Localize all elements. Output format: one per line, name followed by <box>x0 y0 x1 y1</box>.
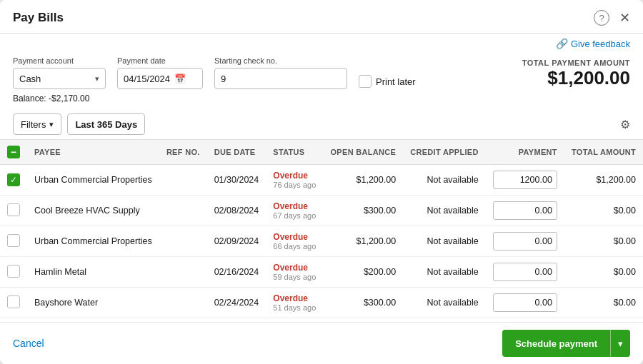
th-ref-no: REF NO. <box>159 140 207 165</box>
row-ref-no <box>159 226 207 257</box>
bills-table-container: − PAYEE REF NO. DUE DATE STATUS OPEN BAL… <box>0 140 643 322</box>
status-overdue: Overdue <box>273 232 316 242</box>
row-due-date: 02/08/2024 <box>207 196 266 226</box>
give-feedback-link[interactable]: 🔗 Give feedback <box>556 38 630 49</box>
filters-button[interactable]: Filters ▾ <box>13 113 61 135</box>
starting-check-label: Starting check no. <box>214 56 347 65</box>
feedback-icon: 🔗 <box>556 38 568 49</box>
header-actions: ? ✕ <box>594 10 630 26</box>
row-payment-cell <box>486 226 564 257</box>
row-total-amount: $0.00 <box>564 257 643 288</box>
row-payment-input[interactable] <box>493 263 557 281</box>
close-button[interactable]: ✕ <box>619 10 630 26</box>
row-payee: Urban Commercial Properties <box>27 165 159 196</box>
th-checkbox: − <box>0 140 27 165</box>
chevron-down-icon: ▾ <box>618 338 623 349</box>
row-credit-applied: Not available <box>403 226 486 257</box>
starting-check-group: Starting check no. <box>214 56 347 89</box>
row-payment-cell <box>486 196 564 226</box>
row-open-balance: $300.00 <box>323 288 403 318</box>
settings-icon[interactable]: ⚙ <box>620 118 630 131</box>
cancel-button[interactable]: Cancel <box>13 338 44 349</box>
row-ref-no <box>159 257 207 288</box>
row-open-balance: $300.00 <box>323 196 403 226</box>
row-due-date: 02/24/2024 <box>207 288 266 318</box>
row-payee: Hamlin Metal <box>27 257 159 288</box>
row-open-balance: $1,200.00 <box>323 226 403 257</box>
payment-date-label: Payment date <box>117 56 203 65</box>
row-checkbox-cell <box>0 257 27 288</box>
table-row: ✓Urban Commercial Properties01/30/2024Ov… <box>0 165 643 196</box>
row-checkbox[interactable] <box>7 295 20 308</box>
row-payment-cell <box>486 288 564 318</box>
th-status: STATUS <box>266 140 323 165</box>
row-total-amount: $0.00 <box>564 196 643 226</box>
row-ref-no <box>159 196 207 226</box>
row-checkbox-cell <box>0 226 27 257</box>
help-icon[interactable]: ? <box>594 10 609 26</box>
status-days: 51 days ago <box>273 303 316 312</box>
print-later-check <box>359 75 372 88</box>
status-days: 67 days ago <box>273 211 316 220</box>
row-payment-cell <box>486 165 564 196</box>
row-ref-no <box>159 288 207 318</box>
schedule-payment-arrow[interactable]: ▾ <box>610 330 630 357</box>
row-payment-input[interactable] <box>493 232 557 251</box>
chevron-down-icon: ▾ <box>49 120 54 129</box>
row-ref-no <box>159 165 207 196</box>
row-status: Overdue59 days ago <box>266 257 323 288</box>
row-due-date: 02/09/2024 <box>207 226 266 257</box>
starting-check-input[interactable] <box>214 68 347 89</box>
print-later-checkbox[interactable]: Print later <box>359 75 416 88</box>
row-checkbox[interactable] <box>7 203 20 216</box>
row-payment-input[interactable] <box>493 293 557 312</box>
modal-footer: Cancel Schedule payment ▾ <box>0 322 643 364</box>
schedule-btn-group: Schedule payment ▾ <box>502 330 630 357</box>
row-payment-input[interactable] <box>493 201 557 220</box>
row-total-amount: $0.00 <box>564 226 643 257</box>
status-days: 66 days ago <box>273 242 316 251</box>
status-overdue: Overdue <box>273 263 316 273</box>
th-payment: PAYMENT <box>486 140 564 165</box>
schedule-payment-button[interactable]: Schedule payment <box>502 330 610 357</box>
th-open-balance: OPEN BALANCE <box>323 140 403 165</box>
status-overdue: Overdue <box>273 293 316 303</box>
row-checkbox[interactable]: ✓ <box>7 173 20 186</box>
row-due-date: 01/30/2024 <box>207 165 266 196</box>
payment-date-group: Payment date 04/15/2024 📅 <box>117 56 203 89</box>
total-amount-section: TOTAL PAYMENT AMOUNT $1,200.00 <box>522 59 630 89</box>
row-status: Overdue51 days ago <box>266 288 323 318</box>
payment-account-select[interactable]: Cash ▾ <box>13 68 106 89</box>
th-payee: PAYEE <box>27 140 159 165</box>
form-row: Payment account Cash ▾ Payment date 04/1… <box>0 51 643 92</box>
balance-row: Balance: -$2,170.00 <box>0 92 643 109</box>
row-checkbox-cell: ✓ <box>0 165 27 196</box>
select-all-checkbox[interactable]: − <box>7 146 20 158</box>
row-payee: Urban Commercial Properties <box>27 226 159 257</box>
row-checkbox-cell <box>0 288 27 318</box>
payment-account-label: Payment account <box>13 56 106 65</box>
row-checkbox-cell <box>0 196 27 226</box>
total-amount-label: TOTAL PAYMENT AMOUNT <box>522 59 630 67</box>
status-days: 59 days ago <box>273 273 316 281</box>
payment-date-input[interactable]: 04/15/2024 📅 <box>117 68 203 89</box>
th-credit-applied: CREDIT APPLIED <box>403 140 486 165</box>
row-status: Overdue67 days ago <box>266 196 323 226</box>
row-payment-input[interactable] <box>493 171 557 189</box>
row-checkbox[interactable] <box>7 265 20 278</box>
row-checkbox[interactable] <box>7 234 20 247</box>
modal-title: Pay Bills <box>13 11 64 25</box>
th-total-amount: TOTAL AMOUNT <box>564 140 643 165</box>
th-due-date: DUE DATE <box>207 140 266 165</box>
last-365-days-button[interactable]: Last 365 Days <box>67 113 145 135</box>
modal-header: Pay Bills ? ✕ <box>0 0 643 34</box>
row-total-amount: $1,200.00 <box>564 165 643 196</box>
bills-table: − PAYEE REF NO. DUE DATE STATUS OPEN BAL… <box>0 140 643 322</box>
row-open-balance: $1,200.00 <box>323 165 403 196</box>
status-overdue: Overdue <box>273 201 316 211</box>
table-row: Hamlin Metal02/16/2024Overdue59 days ago… <box>0 257 643 288</box>
toolbar-row: Filters ▾ Last 365 Days ⚙ <box>0 109 643 140</box>
status-days: 76 days ago <box>273 181 316 189</box>
row-open-balance: $200.00 <box>323 257 403 288</box>
row-total-amount: $0.00 <box>564 288 643 318</box>
